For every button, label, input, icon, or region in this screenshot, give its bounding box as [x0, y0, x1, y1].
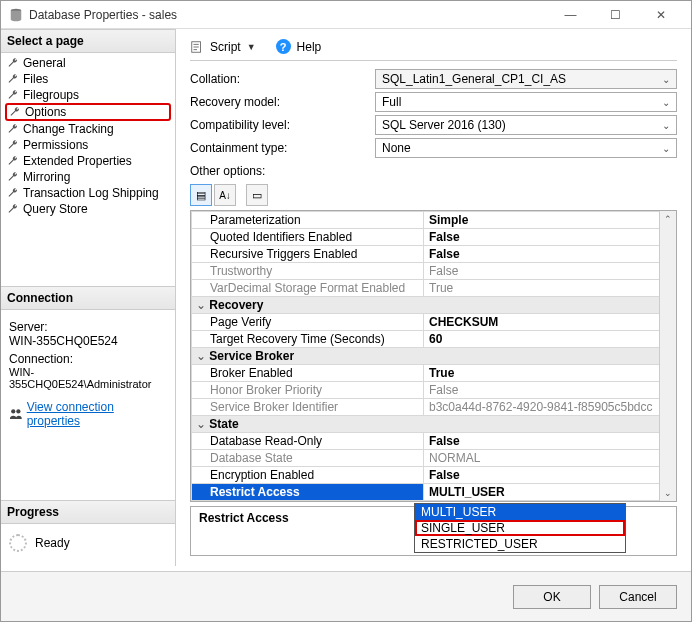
property-category[interactable]: ⌄ State	[192, 416, 676, 433]
database-icon	[9, 8, 23, 22]
compatibility-combo[interactable]: SQL Server 2016 (130)⌄	[375, 115, 677, 135]
restrict-access-dropdown[interactable]: MULTI_USERSINGLE_USERRESTRICTED_USER	[414, 503, 626, 553]
maximize-button[interactable]: ☐	[593, 1, 638, 29]
dropdown-item-restricted_user[interactable]: RESTRICTED_USER	[415, 536, 625, 552]
window-title: Database Properties - sales	[29, 8, 548, 22]
property-row[interactable]: Service Broker Identifierb3c0a44d-8762-4…	[192, 399, 676, 416]
script-toolbar: Script ▼ ? Help	[190, 39, 677, 61]
server-label: Server:	[9, 320, 167, 334]
collation-label: Collation:	[190, 72, 375, 86]
chevron-down-icon: ⌄	[662, 143, 670, 154]
sidebar-item-permissions[interactable]: Permissions	[1, 137, 175, 153]
sidebar-item-transaction-log-shipping[interactable]: Transaction Log Shipping	[1, 185, 175, 201]
dialog-footer: OK Cancel	[1, 571, 691, 621]
alphabetical-button[interactable]: A↓	[214, 184, 236, 206]
connection-label: Connection:	[9, 352, 167, 366]
sidebar-item-mirroring[interactable]: Mirroring	[1, 169, 175, 185]
chevron-down-icon: ⌄	[662, 97, 670, 108]
script-icon	[190, 40, 204, 54]
connection-header: Connection	[1, 286, 175, 310]
sidebar-item-filegroups[interactable]: Filegroups	[1, 87, 175, 103]
svg-point-2	[16, 409, 20, 413]
server-value: WIN-355CHQ0E524	[9, 334, 167, 348]
property-row[interactable]: VarDecimal Storage Format EnabledTrue	[192, 280, 676, 297]
property-row-restrict-access[interactable]: Restrict AccessMULTI_USER⌄	[192, 484, 676, 501]
page-nav: GeneralFilesFilegroupsOptionsChange Trac…	[1, 53, 175, 219]
help-icon[interactable]: ?	[276, 39, 291, 54]
connection-value: WIN-355CHQ0E524\Administrator	[9, 366, 167, 390]
select-page-header: Select a page	[1, 29, 175, 53]
sidebar-item-files[interactable]: Files	[1, 71, 175, 87]
property-row[interactable]: Honor Broker PriorityFalse	[192, 382, 676, 399]
close-button[interactable]: ✕	[638, 1, 683, 29]
left-panel: Select a page GeneralFilesFilegroupsOpti…	[1, 29, 176, 566]
property-row[interactable]: TrustworthyFalse	[192, 263, 676, 280]
containment-label: Containment type:	[190, 141, 375, 155]
ok-button[interactable]: OK	[513, 585, 591, 609]
people-icon	[9, 407, 23, 421]
recovery-model-label: Recovery model:	[190, 95, 375, 109]
property-category[interactable]: ⌄ Service Broker	[192, 348, 676, 365]
compatibility-label: Compatibility level:	[190, 118, 375, 132]
property-row[interactable]: Database StateNORMAL	[192, 450, 676, 467]
property-category[interactable]: ⌄ Recovery	[192, 297, 676, 314]
grid-scrollbar[interactable]: ⌃ ⌄	[659, 211, 676, 501]
svg-point-1	[11, 409, 15, 413]
property-row[interactable]: Database Read-OnlyFalse	[192, 433, 676, 450]
sidebar-item-query-store[interactable]: Query Store	[1, 201, 175, 217]
titlebar: Database Properties - sales ― ☐ ✕	[1, 1, 691, 29]
description-box: Restrict Access MULTI_USERSINGLE_USERRES…	[190, 506, 677, 556]
collation-combo[interactable]: SQL_Latin1_General_CP1_CI_AS⌄	[375, 69, 677, 89]
sidebar-item-options[interactable]: Options	[5, 103, 171, 121]
scroll-up-icon[interactable]: ⌃	[660, 211, 676, 227]
property-pages-button[interactable]: ▭	[246, 184, 268, 206]
property-row[interactable]: Quoted Identifiers EnabledFalse	[192, 229, 676, 246]
property-row[interactable]: Target Recovery Time (Seconds)60	[192, 331, 676, 348]
progress-header: Progress	[1, 500, 175, 524]
containment-combo[interactable]: None⌄	[375, 138, 677, 158]
right-panel: Script ▼ ? Help Collation: SQL_Latin1_Ge…	[176, 29, 691, 566]
dropdown-item-single_user[interactable]: SINGLE_USER	[415, 520, 625, 536]
sidebar-item-general[interactable]: General	[1, 55, 175, 71]
other-options-label: Other options:	[190, 164, 677, 178]
chevron-down-icon: ⌄	[662, 74, 670, 85]
script-dropdown-caret-icon[interactable]: ▼	[247, 42, 256, 52]
script-button[interactable]: Script	[210, 40, 241, 54]
minimize-button[interactable]: ―	[548, 1, 593, 29]
sidebar-item-extended-properties[interactable]: Extended Properties	[1, 153, 175, 169]
categorized-button[interactable]: ▤	[190, 184, 212, 206]
cancel-button[interactable]: Cancel	[599, 585, 677, 609]
view-connection-properties-link[interactable]: View connection properties	[9, 400, 167, 428]
property-row[interactable]: Recursive Triggers EnabledFalse	[192, 246, 676, 263]
sidebar-item-change-tracking[interactable]: Change Tracking	[1, 121, 175, 137]
properties-grid[interactable]: ParameterizationSimpleQuoted Identifiers…	[190, 210, 677, 502]
property-row[interactable]: ParameterizationSimple	[192, 212, 676, 229]
progress-status: Ready	[35, 536, 70, 550]
recovery-model-combo[interactable]: Full⌄	[375, 92, 677, 112]
property-row[interactable]: Encryption EnabledFalse	[192, 467, 676, 484]
help-button[interactable]: Help	[297, 40, 322, 54]
property-row[interactable]: Broker EnabledTrue	[192, 365, 676, 382]
progress-spinner-icon	[9, 534, 27, 552]
dropdown-item-multi_user[interactable]: MULTI_USER	[415, 504, 625, 520]
property-row[interactable]: Page VerifyCHECKSUM	[192, 314, 676, 331]
chevron-down-icon: ⌄	[662, 120, 670, 131]
scroll-down-icon[interactable]: ⌄	[660, 485, 676, 501]
